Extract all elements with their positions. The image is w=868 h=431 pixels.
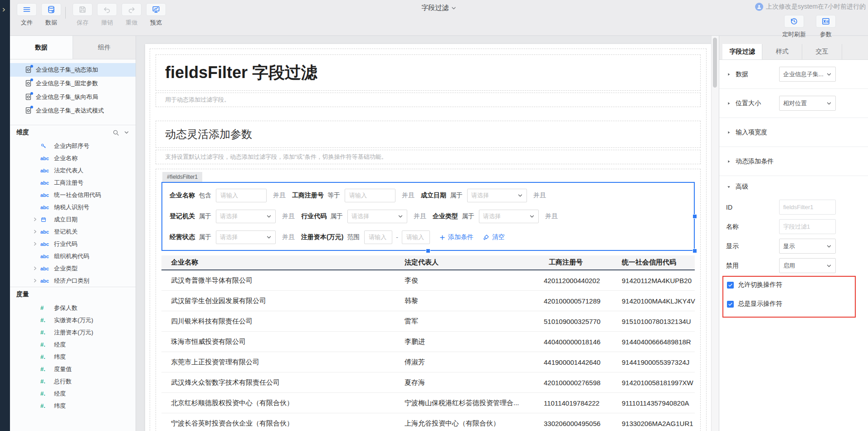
- section-title-block[interactable]: 动态灵活添加参数: [156, 121, 701, 148]
- field-item[interactable]: abc 企业类型: [10, 262, 136, 274]
- section-desc-block[interactable]: 支持设置默认过滤字段，动态添加过滤字段，添加“或”条件，切换操作符等基础功能。: [156, 150, 701, 164]
- dataset-item[interactable]: 企业信息子集_纵向布局: [10, 90, 136, 104]
- dataset-item[interactable]: 企业信息子集_固定参数: [10, 77, 136, 90]
- panel-section-输入项宽度[interactable]: 输入项宽度: [719, 118, 868, 147]
- filter-operator[interactable]: 属于: [199, 212, 211, 220]
- filter-select[interactable]: 请选择: [216, 230, 276, 244]
- field-item[interactable]: #. 总行数: [10, 375, 136, 387]
- filter-text-input[interactable]: 请输入: [345, 189, 395, 202]
- caret-right-icon[interactable]: [726, 72, 731, 77]
- table-row[interactable]: 宁波长谷英时投资合伙企业（有限合伙）上海允谷投资中心（有限合伙）33020600…: [161, 413, 695, 431]
- filter-select[interactable]: 请选择: [216, 210, 276, 223]
- field-item[interactable]: abc 统一社会信用代码: [10, 189, 136, 201]
- field-item[interactable]: # 参保人数: [10, 302, 136, 314]
- caret-down-icon[interactable]: [726, 184, 731, 190]
- right-tab-字段过滤[interactable]: 字段过滤: [722, 44, 762, 59]
- filter-operator[interactable]: 属于: [199, 233, 211, 241]
- collapse-strip[interactable]: [0, 0, 10, 431]
- table-row[interactable]: 四川银米科技有限责任公司雷军51010900032577091510100780…: [161, 311, 695, 332]
- table-column-header[interactable]: 企业名称: [161, 258, 405, 267]
- checkbox-checked[interactable]: [727, 301, 734, 308]
- filter-select[interactable]: 请选择: [347, 210, 407, 223]
- caret-right-icon[interactable]: [726, 159, 731, 164]
- chevron-down-icon[interactable]: [124, 130, 129, 135]
- field-item[interactable]: abc 经济户口类别: [10, 274, 136, 287]
- file-button[interactable]: 文件: [15, 3, 39, 27]
- field-item[interactable]: #. 注册资本(万元): [10, 326, 136, 338]
- caret-right-icon[interactable]: [726, 101, 731, 106]
- left-tab-数据[interactable]: 数据: [10, 36, 73, 59]
- field-item[interactable]: #. 经度: [10, 338, 136, 351]
- add-condition-button[interactable]: 添加条件: [439, 233, 473, 241]
- dataset-item[interactable]: 企业信息子集_表达式模式: [10, 104, 136, 118]
- field-item[interactable]: #. 度量值: [10, 363, 136, 375]
- resize-handle-bottom[interactable]: [426, 249, 430, 253]
- panel-section-数据[interactable]: 数据企业信息子集...: [719, 60, 868, 89]
- checkbox-checked[interactable]: [727, 282, 734, 289]
- field-item[interactable]: #. 实缴资本(万元): [10, 314, 136, 326]
- 禁用-select[interactable]: 启用: [779, 258, 836, 273]
- filter-select[interactable]: 请选择: [467, 189, 527, 202]
- params-button[interactable]: 参数: [814, 15, 838, 39]
- canvas-scrollbar[interactable]: [711, 36, 719, 431]
- 名称-input[interactable]: 字段过滤1: [779, 219, 836, 234]
- expand-chevron-icon[interactable]: [33, 217, 40, 222]
- title-block[interactable]: fieldsFilter 字段过滤: [156, 54, 701, 91]
- preview-button[interactable]: 预览: [144, 3, 168, 27]
- page-desc-block[interactable]: 用于动态添加过滤字段。: [156, 93, 701, 107]
- expand-panel-icon[interactable]: [1, 7, 6, 12]
- field-item[interactable]: abc 纳税人识别号: [10, 201, 136, 213]
- filter-operator[interactable]: 属于: [330, 212, 343, 220]
- fields-filter-panel[interactable]: 企业名称包含请输入并且工商注册号等于请输入并且成立日期属于请选择并且登记机关属于…: [161, 182, 695, 251]
- undo-button[interactable]: 撤销: [95, 3, 119, 27]
- clear-button[interactable]: 清空: [483, 233, 505, 241]
- table-column-header[interactable]: 法定代表人: [405, 258, 544, 267]
- dataset-item[interactable]: 企业信息子集_动态添加: [10, 63, 136, 77]
- search-icon[interactable]: [112, 129, 119, 136]
- data-button[interactable]: 数据: [39, 3, 63, 27]
- table-row[interactable]: 武汉奇普微半导体有限公司李俊42011200044020291420112MA4…: [161, 270, 695, 291]
- filter-operator[interactable]: 属于: [450, 191, 463, 200]
- table-row[interactable]: 武汉烽火众智数字技术有限责任公司夏存海420100000276598914201…: [161, 372, 695, 393]
- table-column-header[interactable]: 统一社会信用代码: [598, 258, 708, 267]
- expand-chevron-icon[interactable]: [33, 278, 40, 283]
- redo-button[interactable]: 重做: [119, 3, 144, 27]
- panel-section-advanced[interactable]: 高级: [719, 176, 868, 197]
- field-item[interactable]: 企业内部序号: [10, 140, 136, 152]
- filter-operator[interactable]: 等于: [327, 191, 340, 200]
- panel-section-位置大小[interactable]: 位置大小相对位置: [719, 89, 868, 118]
- filter-operator[interactable]: 属于: [462, 212, 474, 220]
- field-item[interactable]: #. 纬度: [10, 400, 136, 412]
- resize-handle-corner[interactable]: [692, 249, 697, 253]
- left-tab-组件[interactable]: 组件: [73, 36, 136, 59]
- filter-operator[interactable]: 范围: [347, 233, 360, 241]
- field-item[interactable]: abc 法定代表人: [10, 164, 136, 176]
- table-row[interactable]: 武汉留学生创业园发展有限公司韩黎42010000057128991420100M…: [161, 291, 695, 311]
- expand-chevron-icon[interactable]: [33, 266, 40, 271]
- right-tab-交互[interactable]: 交互: [802, 44, 842, 59]
- field-item[interactable]: #. 经度: [10, 387, 136, 400]
- expand-chevron-icon[interactable]: [33, 241, 40, 246]
- table-row[interactable]: 北京红杉顺德股权投资中心（有限合伙）宁波梅山保税港红杉荟德投资管理合...110…: [161, 393, 695, 413]
- table-column-header[interactable]: 工商注册号: [544, 258, 598, 267]
- filter-range-max-input[interactable]: 请输入: [402, 230, 430, 244]
- field-item[interactable]: abc 行业代码: [10, 238, 136, 250]
- field-item[interactable]: #. 纬度: [10, 351, 136, 363]
- table-row[interactable]: 珠海市恒威投资有限公司李鹏进44040000001814691440400666…: [161, 332, 695, 352]
- document-title-dropdown[interactable]: 字段过滤: [422, 4, 457, 12]
- resize-handle-right[interactable]: [692, 214, 697, 219]
- field-item[interactable]: 成立日期: [10, 213, 136, 225]
- 位置大小-select[interactable]: 相对位置: [779, 96, 836, 111]
- field-item[interactable]: abc 登记机关: [10, 225, 136, 238]
- panel-section-动态添加条件[interactable]: 动态添加条件: [719, 147, 868, 176]
- timed-refresh-button[interactable]: 定时刷新: [782, 15, 806, 39]
- save-button[interactable]: 保存: [70, 3, 95, 27]
- filter-text-input[interactable]: 请输入: [216, 189, 267, 202]
- filter-select[interactable]: 请选择: [479, 210, 539, 223]
- right-tab-样式[interactable]: 样式: [762, 44, 802, 59]
- table-row[interactable]: 东莞市上正投资管理有限公司傅淑芳441900001442640914419000…: [161, 352, 695, 372]
- expand-chevron-icon[interactable]: [33, 229, 40, 234]
- 显示-select[interactable]: 显示: [779, 239, 836, 254]
- filter-range-min-input[interactable]: 请输入: [364, 230, 392, 244]
- filter-operator[interactable]: 包含: [199, 191, 211, 200]
